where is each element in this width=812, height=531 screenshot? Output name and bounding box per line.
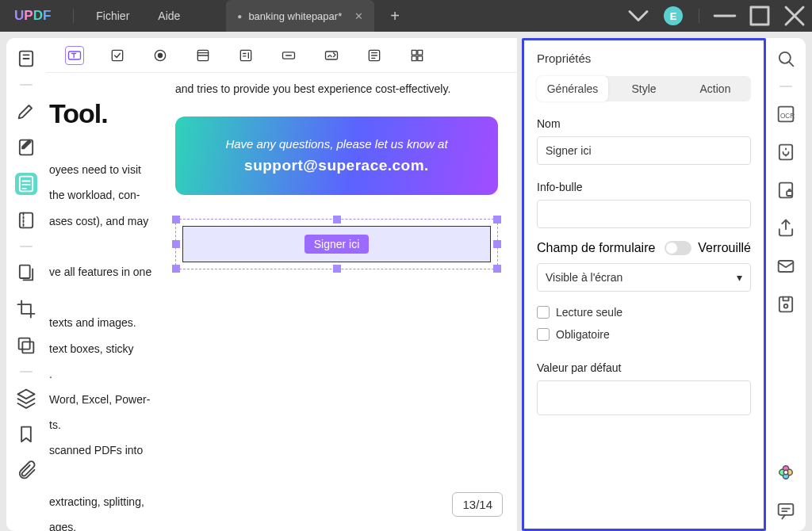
doc-text-fragment: texts and images.	[49, 310, 161, 335]
svg-rect-27	[779, 261, 794, 272]
convert-icon[interactable]	[775, 141, 797, 163]
share-icon[interactable]	[775, 217, 797, 239]
svg-rect-4	[20, 213, 33, 228]
text-field-tool[interactable]	[65, 46, 84, 65]
image-tool[interactable]	[365, 46, 384, 65]
required-label: Obligatoire	[556, 328, 610, 341]
doc-text-fragment: the workload, con-	[49, 182, 161, 208]
locked-toggle[interactable]	[665, 241, 691, 255]
reader-icon[interactable]	[15, 48, 37, 70]
resize-handle[interactable]	[493, 265, 501, 273]
svg-rect-7	[22, 342, 33, 353]
organize-pages-icon[interactable]	[15, 209, 37, 231]
readonly-checkbox[interactable]	[537, 306, 550, 319]
maximize-button[interactable]	[742, 0, 777, 32]
support-card: Have any questions, please let us know a…	[175, 117, 498, 195]
grid-tool[interactable]	[408, 46, 427, 65]
label-name: Nom	[537, 117, 751, 130]
search-icon[interactable]	[775, 48, 797, 70]
svg-point-11	[159, 53, 163, 57]
save-icon[interactable]	[775, 293, 797, 315]
resize-handle[interactable]	[493, 216, 501, 223]
svg-rect-26	[787, 191, 792, 196]
radio-tool[interactable]	[151, 46, 170, 65]
comment-icon[interactable]	[775, 499, 797, 521]
doc-heading: Tool.	[49, 82, 161, 144]
menu-help[interactable]: Aide	[144, 10, 194, 22]
svg-rect-6	[19, 338, 30, 350]
signature-tool[interactable]	[322, 46, 341, 65]
close-button[interactable]	[777, 0, 812, 32]
resize-handle[interactable]	[333, 216, 341, 223]
resize-handle[interactable]	[493, 240, 501, 248]
doc-text-fragment: ts.	[49, 412, 161, 437]
user-avatar[interactable]: E	[656, 0, 691, 32]
protect-icon[interactable]	[775, 179, 797, 201]
signature-field-selection[interactable]: Signer ici	[175, 219, 498, 269]
tab-style[interactable]: Style	[608, 76, 680, 101]
doc-text-fragment: Word, Excel, Power-	[49, 387, 161, 412]
form-tool-icon[interactable]	[15, 173, 37, 195]
readonly-row[interactable]: Lecture seule	[537, 306, 751, 319]
label-formfield: Champ de formulaire	[537, 241, 655, 255]
resize-handle[interactable]	[333, 265, 341, 273]
tooltip-input[interactable]	[537, 200, 751, 228]
resize-handle[interactable]	[172, 216, 180, 223]
signature-field[interactable]: Signer ici	[182, 226, 491, 262]
name-input[interactable]	[537, 136, 751, 165]
tab-title: banking whitepapar*	[248, 10, 342, 22]
default-value-input[interactable]	[537, 380, 751, 415]
form-toolbar	[46, 38, 517, 73]
batch-icon[interactable]	[15, 334, 37, 357]
checkbox-tool[interactable]	[108, 46, 127, 65]
layers-icon[interactable]	[15, 387, 37, 409]
edit-text-icon[interactable]	[15, 136, 37, 159]
tab-close-icon[interactable]: ✕	[354, 10, 363, 22]
required-checkbox[interactable]	[537, 328, 550, 341]
page-copy-icon[interactable]	[15, 262, 37, 284]
visibility-select[interactable]: Visible à l'écran ▾	[537, 263, 751, 292]
tab-action[interactable]: Action	[680, 76, 751, 101]
page-indicator[interactable]: 13/14	[452, 492, 503, 517]
mail-icon[interactable]	[775, 255, 797, 277]
svg-rect-15	[326, 52, 338, 59]
svg-point-29	[784, 304, 788, 308]
crop-icon[interactable]	[15, 298, 37, 320]
svg-rect-9	[112, 50, 122, 60]
new-tab-button[interactable]: +	[390, 7, 400, 25]
attachment-icon[interactable]	[15, 460, 37, 482]
doc-text-fragment: oyees need to visit	[49, 157, 161, 182]
svg-rect-5	[20, 266, 30, 278]
button-tool[interactable]	[279, 46, 298, 65]
doc-text-fragment	[49, 234, 161, 259]
label-default: Valeur par défaut	[537, 361, 751, 374]
minimize-button[interactable]	[707, 0, 742, 32]
bookmark-icon[interactable]	[15, 423, 37, 445]
highlighter-icon[interactable]	[15, 100, 37, 122]
svg-rect-24	[779, 145, 792, 160]
resize-handle[interactable]	[172, 265, 180, 273]
ocr-icon[interactable]: OCR	[775, 103, 797, 125]
properties-tabs: Générales Style Action	[537, 76, 751, 101]
menu-file[interactable]: Fichier	[82, 10, 144, 22]
label-tooltip: Info-bulle	[537, 181, 751, 193]
support-line1: Have any questions, please let us know a…	[190, 137, 484, 151]
svg-text:OCR: OCR	[780, 113, 795, 120]
required-row[interactable]: Obligatoire	[537, 328, 751, 341]
separator	[20, 84, 33, 86]
ai-icon[interactable]	[775, 461, 797, 483]
document-tab[interactable]: ● banking whitepapar* ✕	[226, 0, 374, 32]
readonly-label: Lecture seule	[556, 306, 622, 319]
separator	[699, 9, 699, 23]
listbox-tool[interactable]	[193, 46, 213, 65]
doc-text-fragment: scanned PDFs into	[49, 437, 161, 463]
formfield-row: Champ de formulaire Verrouillé	[537, 241, 751, 255]
dropdown-tool[interactable]	[236, 46, 255, 65]
doc-body-text: and tries to provide you best experience…	[175, 79, 498, 99]
resize-handle[interactable]	[172, 240, 180, 248]
doc-text-fragment: text boxes, sticky	[49, 336, 161, 361]
doc-text-fragment: .	[49, 361, 161, 387]
tab-general[interactable]: Générales	[537, 76, 608, 101]
svg-point-21	[779, 52, 791, 63]
chevron-down-icon[interactable]	[621, 0, 656, 32]
